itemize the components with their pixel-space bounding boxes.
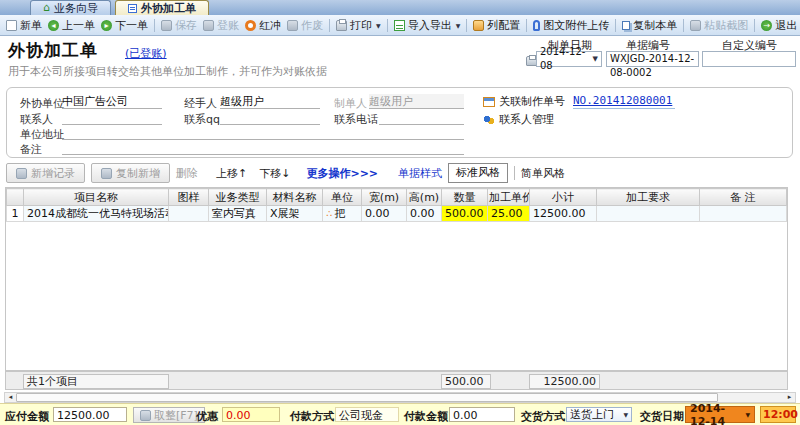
contact-field[interactable] (62, 110, 162, 125)
style-simple-button[interactable]: 简单风格 (521, 166, 565, 181)
import-export-icon (394, 20, 405, 31)
copy-add-button[interactable]: 复制新增 (91, 163, 170, 183)
exit-button[interactable]: →退出 (758, 16, 800, 35)
subtotal-cell[interactable]: 12500.00 (530, 206, 597, 222)
col-project-name[interactable]: 项目名称 (24, 189, 169, 206)
requirement-cell[interactable] (597, 206, 700, 222)
import-export-button[interactable]: 导入导出▼ (391, 16, 464, 35)
col-note[interactable]: 备 注 (700, 189, 787, 206)
related-order-link[interactable]: NO.201412080001 (573, 94, 675, 109)
delivery-time-value: 12:00 (763, 408, 798, 421)
paste-screenshot-button[interactable]: 粘贴截图 (687, 16, 751, 35)
toolbar-separator (526, 19, 527, 32)
delivery-method-label: 交货方式 (521, 409, 565, 424)
doc-no-input[interactable]: WXJGD-2014-12-08-0002 (606, 51, 699, 67)
row-number-header (7, 189, 24, 206)
import-export-label: 导入导出 (408, 18, 452, 33)
scrollbar-thumb[interactable] (16, 393, 718, 402)
save-button[interactable]: 保存 (158, 16, 200, 35)
summary-strip: 共1个项目 500.00 12500.00 (5, 371, 788, 390)
vendor-label: 外协单位 (20, 96, 64, 111)
prev-order-button[interactable]: ◂上一单 (45, 16, 98, 35)
delivery-date-combo[interactable]: 2014-12-14 ▼ (685, 406, 755, 423)
void-button[interactable]: 作废 (284, 16, 326, 35)
note-cell[interactable] (700, 206, 787, 222)
style-standard-button[interactable]: 标准风格 (448, 163, 508, 183)
handler-field[interactable]: 超级用户 (220, 94, 320, 109)
width-cell[interactable]: 0.00 (362, 206, 407, 222)
col-width[interactable]: 宽(m) (362, 189, 407, 206)
delete-row-button[interactable]: 删除 (176, 166, 198, 181)
registered-status-link[interactable]: (已登账) (125, 46, 167, 61)
material-cell[interactable]: X展架 (267, 206, 323, 222)
toolbar-separator (154, 19, 155, 32)
delivery-time-spinner[interactable]: 12:00 ▲ ▼ (760, 406, 796, 423)
note-field[interactable] (62, 140, 464, 155)
move-up-button[interactable]: 上移↑ (216, 166, 247, 181)
tab-business-wizard[interactable]: ⌂ 业务向导 (30, 0, 111, 15)
col-biz-type[interactable]: 业务类型 (209, 189, 267, 206)
col-height[interactable]: 高(m) (407, 189, 442, 206)
col-qty[interactable]: 数量 (442, 189, 488, 206)
phone-field[interactable] (379, 110, 464, 125)
payable-input[interactable]: 12500.00 (53, 407, 127, 422)
vendor-field[interactable]: 中国广告公司 (62, 94, 162, 109)
pay-amount-label: 付款金额 (404, 409, 448, 424)
doc-style-label: 单据样式 (398, 166, 442, 181)
paste-icon (690, 20, 701, 31)
col-subtotal[interactable]: 小计 (530, 189, 597, 206)
column-config-label: 列配置 (487, 18, 520, 33)
related-order-number: NO.201412080001 (573, 94, 672, 107)
next-order-button[interactable]: ▸下一单 (98, 16, 151, 35)
col-requirement[interactable]: 加工要求 (597, 189, 700, 206)
delivery-method-combo[interactable]: 送货上门 ▼ (566, 407, 632, 422)
scroll-right-arrow[interactable]: ▸ (784, 393, 795, 402)
discount-input[interactable]: 0.00 (222, 407, 280, 422)
tab-outsourcing-order[interactable]: 外协加工单 (115, 0, 209, 15)
contact-management-link[interactable]: 联系人管理 (483, 112, 554, 127)
red-flush-icon (245, 20, 256, 31)
toolbar-separator (466, 19, 467, 32)
biz-type-cell[interactable]: 室内写真 (209, 206, 267, 222)
copy-order-button[interactable]: 复制本单 (619, 16, 680, 35)
paperclip-icon (533, 20, 540, 31)
col-price[interactable]: 加工单价 (488, 189, 530, 206)
pay-amount-input[interactable]: 0.00 (449, 407, 515, 422)
more-operations-link[interactable]: 更多操作>>> (306, 166, 378, 181)
col-image[interactable]: 图样 (169, 189, 209, 206)
height-cell[interactable]: 0.00 (407, 206, 442, 222)
new-order-button[interactable]: 新单 (3, 16, 45, 35)
qq-field[interactable] (220, 110, 320, 125)
chevron-down-icon: ▼ (593, 52, 598, 66)
project-name-cell[interactable]: 2014成都统一优马特现场活动 (24, 206, 169, 222)
round-button[interactable]: 取整[F7] (133, 407, 205, 423)
red-flush-button[interactable]: 红冲 (242, 16, 284, 35)
prev-order-label: 上一单 (62, 18, 95, 33)
qty-cell[interactable]: 500.00 (442, 206, 488, 222)
price-cell[interactable]: 25.00 (488, 206, 530, 222)
prev-arrow-icon: ◂ (48, 20, 59, 31)
attachment-upload-button[interactable]: 图文附件上传 (530, 16, 612, 35)
chevron-down-icon: ▼ (745, 411, 750, 418)
new-doc-icon (6, 20, 17, 31)
col-material[interactable]: 材料名称 (267, 189, 323, 206)
horizontal-scrollbar[interactable]: ◂ ▸ (4, 392, 796, 403)
toolbar-separator (615, 19, 616, 32)
image-cell[interactable] (169, 206, 209, 222)
move-down-button[interactable]: 下移↓ (259, 166, 290, 181)
custom-no-input[interactable] (702, 51, 796, 67)
table-header-row: 项目名称 图样 业务类型 材料名称 单位 宽(m) 高(m) 数量 加工单价 小… (7, 189, 787, 206)
chevron-down-icon: ▼ (623, 411, 628, 418)
table-row[interactable]: 1 2014成都统一优马特现场活动 室内写真 X展架 ∴把 0.00 0.00 … (7, 206, 787, 222)
register-button[interactable]: 登账 (200, 16, 242, 35)
order-date-combo[interactable]: 2014-12-08 ▼ (536, 51, 602, 67)
col-unit[interactable]: 单位 (323, 189, 362, 206)
add-record-button[interactable]: 新增记录 (6, 163, 85, 183)
column-config-icon (473, 20, 484, 31)
address-field[interactable] (62, 125, 464, 140)
unit-cell[interactable]: ∴把 (323, 206, 362, 222)
print-button[interactable]: 打印▼ (333, 16, 384, 35)
column-config-button[interactable]: 列配置 (470, 16, 523, 35)
pay-method-field[interactable]: 公司现金 (335, 407, 399, 422)
scroll-left-arrow[interactable]: ◂ (5, 393, 16, 402)
